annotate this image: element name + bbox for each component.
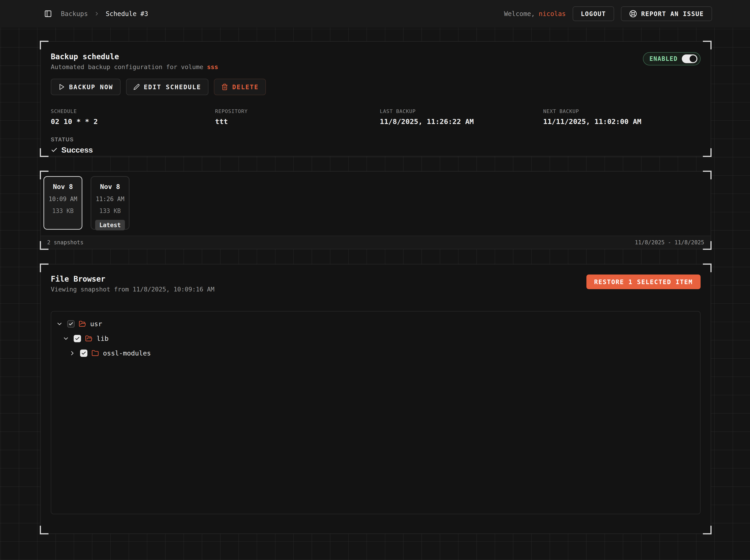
tree-item-name: lib <box>97 335 108 342</box>
restore-selected-button[interactable]: RESTORE 1 SELECTED ITEM <box>587 275 700 289</box>
play-icon <box>58 83 65 91</box>
tree-row-ossl-modules[interactable]: ossl-modules <box>56 346 695 361</box>
panel-left-icon <box>44 10 52 18</box>
backup-now-button[interactable]: BACKUP NOW <box>51 79 121 95</box>
welcome-prefix: Welcome, <box>504 10 539 18</box>
pencil-icon <box>133 84 140 90</box>
corner-bracket <box>40 263 48 272</box>
report-issue-button[interactable]: REPORT AN ISSUE <box>621 6 712 21</box>
subtitle-prefix: Automated backup configuration for volum… <box>51 63 207 71</box>
snapshot-size: 133 KB <box>52 207 74 214</box>
welcome-text: Welcome, nicolas <box>504 10 566 18</box>
field-label: LAST BACKUP <box>380 108 543 114</box>
checkbox-checked[interactable] <box>74 335 81 342</box>
snapshot-time: 10:09 AM <box>48 196 77 202</box>
username: nicolas <box>539 10 566 18</box>
status-value: Success <box>61 145 93 155</box>
latest-badge: Latest <box>95 220 125 231</box>
snapshot-date: Nov 8 <box>53 183 73 191</box>
corner-bracket <box>703 41 712 49</box>
file-tree-panel: usr lib <box>51 311 700 514</box>
snapshot-date-range: 11/8/2025 - 11/8/2025 <box>635 239 704 246</box>
chevron-down-icon[interactable] <box>62 335 70 342</box>
backup-now-label: BACKUP NOW <box>69 83 113 91</box>
snapshot-time: 11:26 AM <box>96 196 124 202</box>
chevron-right-icon[interactable] <box>68 349 76 357</box>
file-browser-subtitle: Viewing snapshot from 11/8/2025, 10:09:1… <box>51 286 214 293</box>
snapshot-count: 2 snapshots <box>47 239 83 246</box>
main-content: Backup schedule Automated backup configu… <box>0 27 750 534</box>
logout-label: LOGOUT <box>581 10 606 17</box>
folder-open-icon <box>79 320 86 327</box>
lifebuoy-icon <box>629 10 637 18</box>
field-last-backup: LAST BACKUP 11/8/2025, 11:26:22 AM <box>380 108 543 125</box>
snapshot-item-latest[interactable]: Nov 8 11:26 AM 133 KB Latest <box>91 176 130 230</box>
breadcrumb-current: Schedule #3 <box>106 10 148 18</box>
schedule-card-title: Backup schedule <box>51 52 218 61</box>
chevron-down-icon[interactable] <box>56 320 63 327</box>
field-value: ttt <box>215 117 380 125</box>
checkbox-checked[interactable] <box>67 320 75 327</box>
corner-bracket <box>40 148 48 157</box>
logout-button[interactable]: LOGOUT <box>573 6 614 21</box>
breadcrumb-backups[interactable]: Backups <box>61 10 88 18</box>
success-check-icon <box>51 147 58 154</box>
status-label: STATUS <box>51 137 700 143</box>
tree-row-lib[interactable]: lib <box>56 331 695 346</box>
schedule-card-subtitle: Automated backup configuration for volum… <box>51 63 218 71</box>
volume-name: sss <box>207 63 218 71</box>
tree-item-name: usr <box>90 320 102 328</box>
field-repository: REPOSITORY ttt <box>215 108 380 125</box>
field-label: SCHEDULE <box>51 108 215 114</box>
enabled-pill: ENABLED <box>643 52 700 65</box>
corner-bracket <box>703 148 712 157</box>
corner-bracket <box>40 41 48 49</box>
corner-bracket <box>703 263 712 272</box>
field-next-backup: NEXT BACKUP 11/11/2025, 11:02:00 AM <box>543 108 700 125</box>
folder-open-icon <box>85 335 93 342</box>
field-value: 11/8/2025, 11:26:22 AM <box>380 117 543 125</box>
snapshots-footer: 2 snapshots 11/8/2025 - 11/8/2025 <box>41 236 711 249</box>
tree-row-usr[interactable]: usr <box>56 317 695 331</box>
delete-label: DELETE <box>232 83 259 91</box>
schedule-fields: SCHEDULE 02 10 * * 2 REPOSITORY ttt LAST… <box>51 108 700 125</box>
corner-bracket <box>703 526 712 534</box>
breadcrumb: Backups Schedule #3 <box>61 10 148 18</box>
sidebar-toggle-button[interactable] <box>43 8 54 19</box>
chevron-right-icon <box>94 11 100 17</box>
backup-schedule-card: Backup schedule Automated backup configu… <box>40 41 711 157</box>
field-schedule: SCHEDULE 02 10 * * 2 <box>51 108 215 125</box>
field-label: NEXT BACKUP <box>543 108 700 114</box>
edit-schedule-label: EDIT SCHEDULE <box>144 83 201 91</box>
snapshot-item-selected[interactable]: Nov 8 10:09 AM 133 KB <box>43 176 82 230</box>
report-issue-label: REPORT AN ISSUE <box>641 10 704 17</box>
edit-schedule-button[interactable]: EDIT SCHEDULE <box>126 79 209 95</box>
field-value: 11/11/2025, 11:02:00 AM <box>543 117 700 125</box>
trash-icon <box>221 83 228 91</box>
file-browser-title: File Browser <box>51 275 214 283</box>
tree-item-name: ossl-modules <box>103 349 151 357</box>
enabled-toggle[interactable] <box>682 55 697 63</box>
delete-button[interactable]: DELETE <box>214 79 266 95</box>
snapshot-strip: Nov 8 10:09 AM 133 KB Nov 8 11:26 AM 133… <box>41 172 711 236</box>
folder-icon <box>92 349 99 357</box>
snapshot-size: 133 KB <box>99 207 121 214</box>
status-block: STATUS Success <box>51 137 700 155</box>
enabled-label: ENABLED <box>649 55 678 62</box>
snapshots-card: Nov 8 10:09 AM 133 KB Nov 8 11:26 AM 133… <box>40 171 711 249</box>
snapshot-date: Nov 8 <box>100 183 120 191</box>
corner-bracket <box>40 526 48 534</box>
topbar: Backups Schedule #3 Welcome, nicolas LOG… <box>0 0 750 27</box>
field-value: 02 10 * * 2 <box>51 117 215 125</box>
toggle-knob <box>690 55 696 62</box>
checkbox-checked[interactable] <box>80 349 87 357</box>
field-label: REPOSITORY <box>215 108 380 114</box>
file-browser-card: File Browser Viewing snapshot from 11/8/… <box>40 264 711 534</box>
